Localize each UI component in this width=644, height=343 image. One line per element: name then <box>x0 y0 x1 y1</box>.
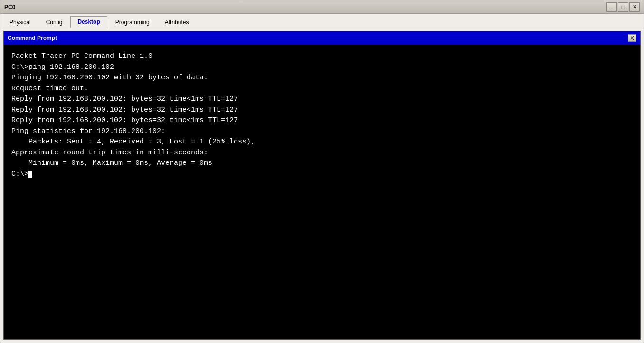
close-button[interactable]: ✕ <box>629 2 640 12</box>
title-bar-controls: — □ ✕ <box>606 2 640 12</box>
cmd-title: Command Prompt <box>8 35 57 41</box>
tab-attributes[interactable]: Attributes <box>158 17 196 28</box>
cmd-line: Reply from 192.168.200.102: bytes=32 tim… <box>11 94 633 105</box>
minimize-button[interactable]: — <box>606 2 617 12</box>
command-prompt-window: Command Prompt X Packet Tracer PC Comman… <box>3 31 641 340</box>
tab-config[interactable]: Config <box>39 17 70 28</box>
cmd-line: Pinging 192.168.200.102 with 32 bytes of… <box>11 73 633 84</box>
cmd-line: Reply from 192.168.200.102: bytes=32 tim… <box>11 105 633 116</box>
tab-desktop[interactable]: Desktop <box>70 16 107 28</box>
content-area: Command Prompt X Packet Tracer PC Comman… <box>0 28 644 343</box>
cmd-line: Approximate round trip times in milli-se… <box>11 148 633 159</box>
cmd-line: C:\>ping 192.168.200.102 <box>11 62 633 73</box>
cmd-body[interactable]: Packet Tracer PC Command Line 1.0C:\>pin… <box>4 45 640 339</box>
cmd-line: Ping statistics for 192.168.200.102: <box>11 126 633 137</box>
cmd-line: Minimum = 0ms, Maximum = 0ms, Average = … <box>11 158 633 169</box>
cmd-title-bar: Command Prompt X <box>4 31 640 45</box>
main-window: PC0 — □ ✕ PhysicalConfigDesktopProgrammi… <box>0 0 644 343</box>
cmd-cursor <box>28 171 32 178</box>
cmd-line: Request timed out. <box>11 84 633 95</box>
cmd-line: Packet Tracer PC Command Line 1.0 <box>11 51 633 62</box>
cmd-line: C:\> <box>11 169 633 180</box>
tabs-bar: PhysicalConfigDesktopProgrammingAttribut… <box>0 14 644 28</box>
cmd-close-button[interactable]: X <box>628 34 636 42</box>
tab-programming[interactable]: Programming <box>108 17 157 28</box>
cmd-line: Packets: Sent = 4, Received = 3, Lost = … <box>11 137 633 148</box>
maximize-button[interactable]: □ <box>618 2 628 12</box>
title-bar-left: PC0 <box>4 4 15 10</box>
window-title: PC0 <box>4 4 15 10</box>
title-bar: PC0 — □ ✕ <box>0 0 644 14</box>
cmd-line: Reply from 192.168.200.102: bytes=32 tim… <box>11 115 633 126</box>
tab-physical[interactable]: Physical <box>2 17 38 28</box>
